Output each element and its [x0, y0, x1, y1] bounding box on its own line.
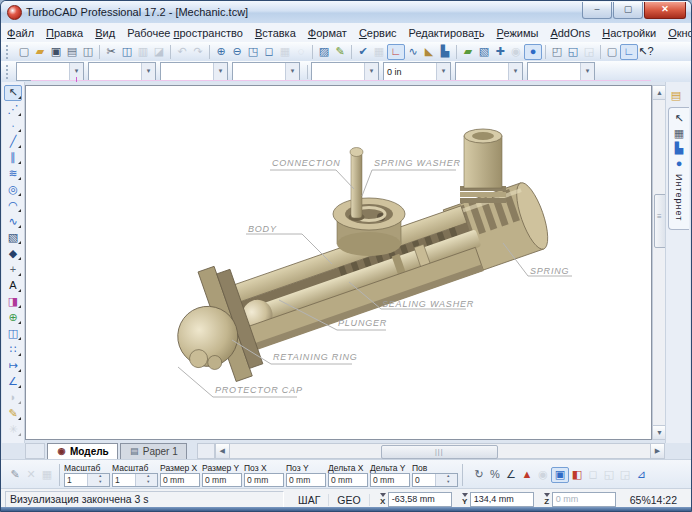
statistics-icon[interactable]: ▙: [671, 141, 687, 156]
toolbar-grip[interactable]: [6, 65, 12, 79]
copy-icon[interactable]: ◫: [119, 44, 135, 59]
zoom-in-icon[interactable]: ⊕: [213, 44, 229, 59]
materials-folder-icon[interactable]: ▰: [460, 44, 476, 59]
maximize-button[interactable]: ▢: [613, 2, 643, 19]
color-combo[interactable]: ▾: [88, 62, 156, 81]
menu-modes[interactable]: Режимы: [491, 27, 545, 39]
pen-width-combo[interactable]: 0 in▾: [383, 62, 451, 81]
fan-icon[interactable]: ✚: [492, 44, 508, 59]
sketch-icon[interactable]: ∿: [405, 44, 421, 59]
layer-combo[interactable]: ▾: [16, 62, 84, 81]
drawing-canvas[interactable]: CONNECTIONSPRING WASHERBODYSPRINGSEALING…: [25, 85, 652, 440]
title-bar[interactable]: TurboCAD Professional 17.2 - [Mechanic.t…: [1, 1, 691, 24]
previous-view-icon[interactable]: ▦: [277, 44, 293, 59]
menu-addons[interactable]: AddOns: [544, 27, 596, 39]
redo-icon[interactable]: ↷: [190, 44, 206, 59]
x-coordinate-field[interactable]: -63,58 mm: [388, 492, 452, 507]
spline-tool-icon[interactable]: ∿: [5, 214, 21, 229]
shear-mode-icon[interactable]: ◲: [617, 467, 633, 482]
material-pen-tool-icon[interactable]: ✎: [5, 406, 21, 421]
aerial-view-icon[interactable]: ◌: [293, 44, 309, 59]
scale-y-field[interactable]: 1▲▼: [112, 473, 158, 487]
zoom-extents-icon[interactable]: ◻: [261, 44, 277, 59]
delta-x-field[interactable]: 0 mm: [328, 473, 368, 487]
tile-windows-icon[interactable]: ◲: [581, 44, 597, 59]
zoom-window-icon[interactable]: ◳: [245, 44, 261, 59]
dropdown-arrow-icon[interactable]: ▾: [436, 63, 450, 80]
multiline-tool-icon[interactable]: ∥: [5, 150, 21, 165]
circle-tool-icon[interactable]: ◎: [5, 182, 21, 197]
coordinate-system-icon[interactable]: ∟: [620, 44, 638, 60]
zoom-out-icon[interactable]: ⊖: [229, 44, 245, 59]
scale-x-field[interactable]: 1▲▼: [64, 473, 110, 487]
solid-3d-tool-icon[interactable]: ◆: [5, 246, 21, 261]
style-brush-icon[interactable]: ✎: [332, 44, 348, 59]
menu-insert[interactable]: Вставка: [249, 27, 302, 39]
size-x-field[interactable]: 0 mm: [160, 473, 200, 487]
group-select-icon[interactable]: ◉: [535, 467, 551, 482]
geo-mode-toggle[interactable]: GEO: [329, 494, 369, 506]
brush-combo[interactable]: ▾: [160, 62, 228, 81]
dropdown-arrow-icon[interactable]: ▾: [141, 63, 155, 80]
chart-icon[interactable]: ▙: [437, 44, 453, 59]
edit-tool-icon[interactable]: ⋰: [5, 102, 21, 117]
fit-mode-icon[interactable]: ◻: [585, 467, 601, 482]
angle-dimension-tool-icon[interactable]: ∠: [5, 374, 21, 389]
menu-window[interactable]: Окно: [662, 27, 692, 39]
new-document-icon[interactable]: ▢: [16, 44, 32, 59]
dropdown-arrow-icon[interactable]: ▾: [213, 63, 227, 80]
render-scene-icon[interactable]: ●: [524, 44, 542, 60]
scroll-left-icon[interactable]: ◀: [216, 444, 230, 458]
select-tool-icon[interactable]: ↖: [4, 85, 22, 101]
spinner-icon[interactable]: ▲▼: [135, 474, 158, 486]
context-help-icon[interactable]: ↖?: [638, 44, 654, 59]
toolbar-grip[interactable]: [6, 45, 12, 59]
extrude-tool-icon[interactable]: +: [5, 262, 21, 277]
menu-file[interactable]: Файл: [1, 27, 40, 39]
print-preview-icon[interactable]: ◫: [80, 44, 96, 59]
close-button[interactable]: ✕: [644, 2, 686, 19]
facet-icon[interactable]: ◣: [421, 44, 437, 59]
scroll-right-icon[interactable]: ▶: [650, 444, 664, 458]
internet-palette-tab[interactable]: ↖▦▙● Интернет: [668, 107, 689, 230]
paste-icon[interactable]: ▥: [135, 44, 151, 59]
print-icon[interactable]: ▤: [64, 44, 80, 59]
angle-mode-icon[interactable]: ∠: [503, 467, 519, 482]
dropdown-arrow-icon[interactable]: ▾: [580, 63, 594, 80]
undo-icon[interactable]: ↶: [174, 44, 190, 59]
minimize-button[interactable]: –: [582, 2, 612, 19]
step-mode-toggle[interactable]: ШАГ: [290, 494, 329, 506]
stretch-mode-icon[interactable]: ◱: [601, 467, 617, 482]
box-3d-tool-icon[interactable]: ▧: [5, 230, 21, 245]
spinner-icon[interactable]: ▲▼: [87, 474, 110, 486]
dropdown-arrow-icon[interactable]: ▾: [508, 63, 522, 80]
dropdown-arrow-icon[interactable]: ▾: [285, 63, 299, 80]
menu-workspace[interactable]: Рабочее пространство: [121, 27, 249, 39]
modify-tool-icon[interactable]: ◗: [5, 390, 21, 405]
select-info-icon[interactable]: ↖: [671, 111, 687, 126]
render-box-icon[interactable]: ▧: [476, 44, 492, 59]
dropdown-arrow-icon[interactable]: ▾: [364, 63, 378, 80]
delete-field-icon[interactable]: ✕: [23, 467, 39, 482]
arc-tool-icon[interactable]: ◠: [5, 198, 21, 213]
delta-y-field[interactable]: 0 mm: [370, 473, 410, 487]
pos-y-field[interactable]: 0 mm: [286, 473, 326, 487]
cascade-windows-icon[interactable]: ◱: [565, 44, 581, 59]
parallel-tool-icon[interactable]: ≋: [5, 166, 21, 181]
table-icon[interactable]: ▦: [39, 467, 55, 482]
menu-format[interactable]: Формат: [302, 27, 353, 39]
no-draw-icon[interactable]: ✎: [7, 467, 23, 482]
size-y-field[interactable]: 0 mm: [202, 473, 242, 487]
line-tool-icon[interactable]: ╱: [5, 134, 21, 149]
menu-edit[interactable]: Правка: [40, 27, 89, 39]
menu-view[interactable]: Вид: [89, 27, 121, 39]
point-style-combo[interactable]: ▾: [527, 62, 595, 81]
cut-icon[interactable]: ✂: [103, 44, 119, 59]
dimension-tool-icon[interactable]: ↦: [5, 358, 21, 373]
text-tool-icon[interactable]: A: [5, 278, 21, 293]
selection-grid-icon[interactable]: ▦: [671, 126, 687, 141]
menu-modify[interactable]: Редактировать: [403, 27, 491, 39]
rotation-field[interactable]: 0▲▼: [412, 473, 458, 487]
rotate-mode-icon[interactable]: ↻: [471, 467, 487, 482]
select-2d-mode-icon[interactable]: ▣: [551, 467, 569, 483]
